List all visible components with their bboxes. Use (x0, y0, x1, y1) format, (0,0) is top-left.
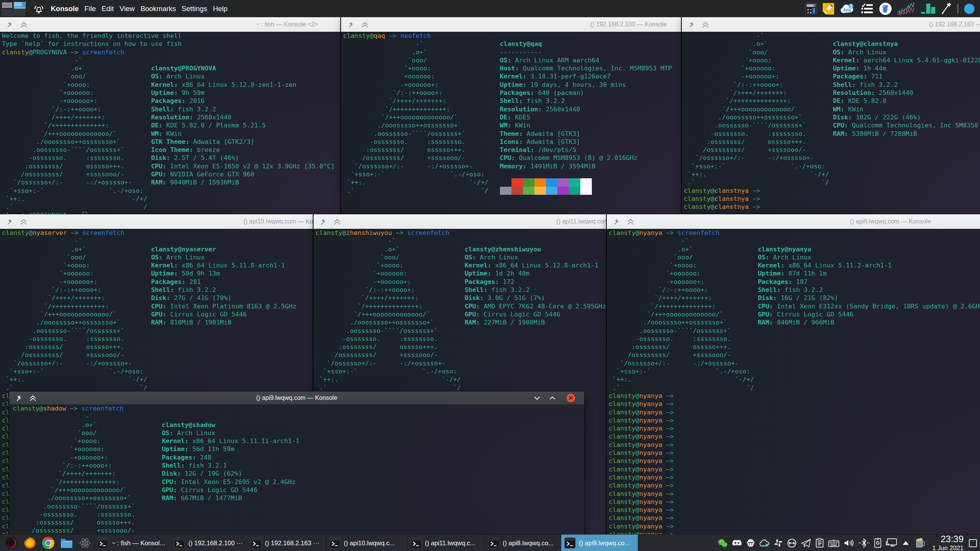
show-desktop-button[interactable] (969, 539, 977, 547)
task-button-7[interactable]: () api9.lwqwq.co... (561, 535, 638, 551)
fetch-label: Packages: (500, 89, 534, 96)
volume-icon[interactable] (844, 538, 854, 548)
titlebar-konsole-fish-progynova[interactable]: ~ : fish — Konsole <2> (0, 17, 340, 32)
cloud-sync-icon[interactable] (760, 539, 769, 547)
keyboard-icon[interactable] (828, 539, 840, 547)
task-button-1[interactable]: ~ : fish — Konsol... (94, 535, 171, 551)
clipboard-icon[interactable] (815, 538, 824, 548)
task-button-2[interactable]: () 192.168.2.100 ··· (171, 535, 247, 551)
discord-icon[interactable] (732, 539, 742, 547)
pager-desktop-2[interactable] (14, 2, 26, 9)
fetch-value: NVIDIA GeForce GTX 960 (167, 171, 255, 178)
ascii-art: `++:. `-/+/ (609, 376, 754, 383)
menu-settings[interactable]: Settings (179, 1, 210, 16)
bar-chart-icon[interactable] (920, 2, 936, 16)
stock-chart-icon[interactable] (897, 1, 915, 16)
task-button-4[interactable]: () api10.lwqwq.c... (326, 535, 404, 551)
bell-icon[interactable] (33, 3, 45, 15)
terminal-konsole-fish-progynova[interactable]: Welcome to fish, the friendly interactiv… (0, 32, 340, 214)
keep-above-icon[interactable] (29, 394, 37, 402)
launcher-swirl-icon[interactable] (5, 536, 18, 550)
task-button-3[interactable]: () 192.168.2.163 ··· (247, 535, 324, 551)
books-icon[interactable] (879, 2, 892, 15)
terminal-line: ./ooosssso++osssssso+` RAM: 810MiB / 198… (0, 318, 313, 326)
titlebar-konsole-api10[interactable]: () api10.lwqwq.com — Konsole (0, 214, 313, 229)
telegram-icon[interactable] (801, 539, 811, 548)
prompt-arrow: ~> (662, 433, 674, 440)
keep-above-icon[interactable] (333, 217, 341, 226)
terminal-line: /ossssssss/ +ssssooo/- (314, 351, 606, 359)
menu-help[interactable]: Help (210, 1, 230, 16)
ascii-art: `+oooo: (13, 437, 162, 445)
pin-icon[interactable] (612, 218, 620, 226)
titlebar-konsole-api11[interactable]: () api11.lwqwq.com — Konsole (314, 214, 606, 229)
wechat-icon[interactable] (718, 538, 728, 548)
checklist-icon[interactable] (860, 3, 874, 15)
color-picker-icon[interactable] (941, 2, 952, 15)
user-circle-icon[interactable] (964, 3, 975, 15)
circle-arrows-icon[interactable] (787, 538, 797, 548)
terminal-line: `/:-:++oooo+: Shell: fish 3.2.2 (0, 286, 313, 294)
terminal-line: -+oooooo+: Packages: 281 (0, 278, 313, 286)
mug-icon[interactable] (914, 537, 926, 549)
bluetooth-icon[interactable] (858, 538, 870, 548)
triangle-up-icon[interactable] (902, 540, 910, 546)
menu-bookmarks[interactable]: Bookmarks (137, 1, 179, 16)
titlebar-konsole-192-168-2-100[interactable]: () 192.168.2.100 — Konsole (341, 17, 681, 32)
prompt-command: neofetch (397, 32, 431, 39)
pin-icon[interactable] (346, 21, 354, 29)
fetch-title: clansty@qaq (500, 40, 542, 47)
task-button-5[interactable]: () api11.lwqwq.c... (407, 535, 481, 551)
keep-above-icon[interactable] (20, 217, 28, 226)
folder-icon[interactable] (60, 536, 74, 550)
calculator-icon[interactable]: +−÷× (805, 3, 817, 15)
note-icon[interactable] (822, 2, 835, 15)
pin-icon[interactable] (687, 21, 695, 29)
fetch-label: OS: (833, 49, 844, 56)
menu-view[interactable]: View (117, 1, 138, 16)
terminal-line: `/ossssso+/:- -:/+osssso+- (0, 359, 313, 367)
keep-above-icon[interactable] (626, 217, 635, 226)
menu-edit[interactable]: Edit (99, 1, 117, 16)
chrome-icon[interactable] (41, 536, 55, 550)
menu-konsole[interactable]: Konsole (48, 1, 82, 16)
aria2-cloud-icon[interactable]: Aria2 (840, 2, 855, 15)
ascii-art: `+sso+:-` `.-/+oso: (2, 368, 144, 375)
digital-clock[interactable]: 23:391 Jun 2021 (932, 535, 964, 551)
menu-file[interactable]: File (82, 1, 99, 16)
ascii-art: `/++++/+++++++: (2, 294, 151, 302)
ascii-art: .o+` (2, 65, 151, 72)
keep-above-icon[interactable] (361, 20, 369, 29)
titlebar-konsole-api8[interactable]: () api8.lwqwq.com — Konsole (607, 214, 980, 229)
monitor-plug-icon[interactable] (886, 538, 897, 548)
keep-above-icon[interactable] (20, 20, 28, 29)
atom-icon[interactable] (78, 536, 92, 550)
terminal-konsole-api9[interactable]: clansty@shadow ~> screenfetch -` .o+` cl… (9, 404, 584, 534)
terminal-konsole-api8[interactable]: clansty@nyanya ~> screenfetch -` .o+` cl… (607, 229, 980, 534)
task-button-6[interactable]: () api8.lwqwq.co... (485, 535, 559, 551)
pager-desktop-3[interactable] (2, 9, 13, 16)
firefox-icon[interactable] (23, 536, 37, 550)
mask-icon[interactable] (746, 538, 755, 548)
close-button[interactable] (566, 391, 576, 404)
slack-icon[interactable] (774, 538, 783, 548)
ascii-art: `/+++ooooooooooooo/` (2, 130, 151, 137)
pin-icon[interactable] (5, 21, 13, 29)
terminal-line: `+oooooo: Kernel: 3.18.31-perf-g126ace7 (341, 72, 681, 80)
phone-gear-icon[interactable] (874, 538, 882, 548)
minimize-button[interactable] (533, 391, 541, 404)
prompt-at-sign: @ (39, 405, 43, 412)
pager-desktop-4[interactable] (14, 9, 26, 16)
pager-desktop-1[interactable] (2, 2, 13, 9)
titlebar-konsole-api9[interactable]: () api9.lwqwq.com — Konsole (9, 391, 584, 405)
terminal-konsole-192-168-2-163[interactable]: -` .o+` clansty@clanstnya `ooo/ OS: Arch… (682, 32, 980, 214)
pin-icon[interactable] (14, 394, 22, 402)
pin-icon[interactable] (5, 218, 13, 226)
ascii-art: `+oooooo: (343, 73, 500, 80)
titlebar-konsole-192-168-2-163[interactable]: () 192.168.2.163 — Konsole (682, 17, 980, 32)
maximize-button[interactable] (548, 391, 557, 404)
virtual-desktop-pager[interactable] (2, 2, 26, 16)
pin-icon[interactable] (318, 218, 327, 226)
keep-above-icon[interactable] (701, 20, 710, 29)
terminal-konsole-192-168-2-100[interactable]: clansty@qaq ~> neofetch -` clansty@qaq .… (341, 32, 681, 214)
